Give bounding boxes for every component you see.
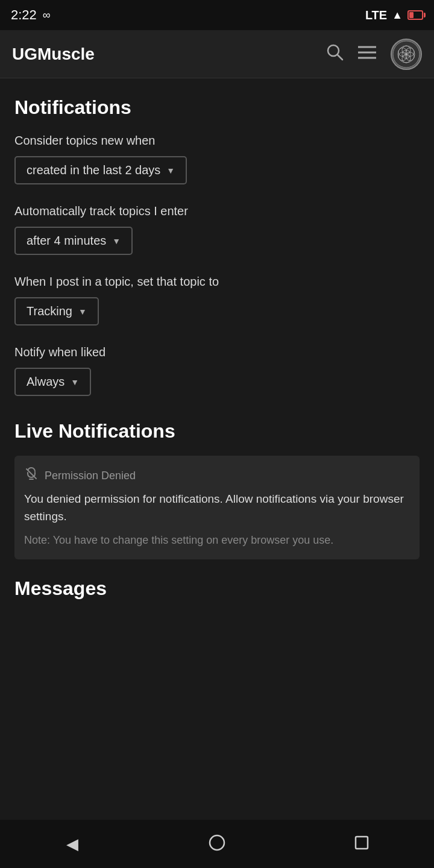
bottom-navigation: ◀ [0, 820, 434, 868]
home-button[interactable] [193, 826, 241, 862]
permission-denied-box: Permission Denied You denied permission … [14, 456, 420, 559]
new-topics-label: Consider topics new when [14, 132, 420, 149]
svg-point-14 [210, 835, 224, 850]
signal-icon: ▲ [392, 9, 403, 22]
auto-track-label: Automatically track topics I enter [14, 203, 420, 219]
status-right: LTE ▲ [365, 8, 423, 22]
notify-liked-label: Notify when liked [14, 344, 420, 360]
status-bar: 2:22 ∞ LTE ▲ [0, 0, 434, 30]
post-topic-value: Tracking [27, 304, 72, 318]
notify-liked-value: Always [27, 375, 64, 389]
post-topic-setting: When I post in a topic, set that topic t… [14, 273, 420, 344]
permission-note: Note: You have to change this setting on… [24, 532, 410, 549]
notifications-section: Notifications Consider topics new when c… [14, 96, 420, 414]
home-icon [209, 834, 225, 854]
messages-section: Messages [14, 577, 420, 625]
notify-liked-setting: Notify when liked Always ▼ [14, 344, 420, 414]
post-topic-label: When I post in a topic, set that topic t… [14, 273, 420, 290]
recent-apps-icon [354, 835, 370, 853]
auto-track-dropdown[interactable]: after 4 minutes ▼ [14, 227, 133, 255]
bell-slash-icon [24, 467, 39, 485]
new-topics-dropdown[interactable]: created in the last 2 days ▼ [14, 156, 187, 184]
chevron-down-icon: ▼ [166, 166, 175, 175]
avatar[interactable] [391, 39, 422, 70]
chevron-down-icon: ▼ [78, 307, 87, 316]
header: UGMuscle [0, 30, 434, 78]
new-topics-setting: Consider topics new when created in the … [14, 132, 420, 203]
permission-text: You denied permission for notifications.… [24, 491, 410, 525]
notify-liked-dropdown[interactable]: Always ▼ [14, 368, 91, 396]
recent-apps-button[interactable] [338, 826, 386, 862]
header-icons [326, 39, 422, 70]
main-content: Notifications Consider topics new when c… [0, 78, 434, 637]
svg-rect-15 [356, 837, 368, 849]
messages-title: Messages [14, 577, 420, 600]
notifications-title: Notifications [14, 96, 420, 119]
app-title: UGMuscle [12, 45, 95, 64]
status-left: 2:22 ∞ [11, 7, 51, 23]
back-button[interactable]: ◀ [48, 826, 96, 862]
search-icon[interactable] [326, 43, 344, 65]
new-topics-value: created in the last 2 days [27, 163, 160, 177]
lte-indicator: LTE [365, 8, 387, 22]
back-icon: ◀ [66, 835, 78, 854]
svg-line-1 [338, 55, 342, 60]
live-notifications-title: Live Notifications [14, 420, 420, 442]
menu-icon[interactable] [358, 45, 376, 64]
permission-denied-header: Permission Denied [24, 467, 410, 485]
live-notifications-section: Live Notifications Permission Denied You… [14, 420, 420, 559]
post-topic-dropdown[interactable]: Tracking ▼ [14, 297, 99, 326]
chevron-down-icon: ▼ [71, 377, 79, 387]
permission-denied-label: Permission Denied [45, 470, 136, 482]
battery-icon [407, 10, 423, 20]
auto-track-value: after 4 minutes [27, 234, 106, 248]
status-time: 2:22 [11, 7, 37, 23]
auto-track-setting: Automatically track topics I enter after… [14, 203, 420, 273]
chevron-down-icon: ▼ [112, 236, 121, 246]
voicemail-icon: ∞ [43, 9, 51, 22]
